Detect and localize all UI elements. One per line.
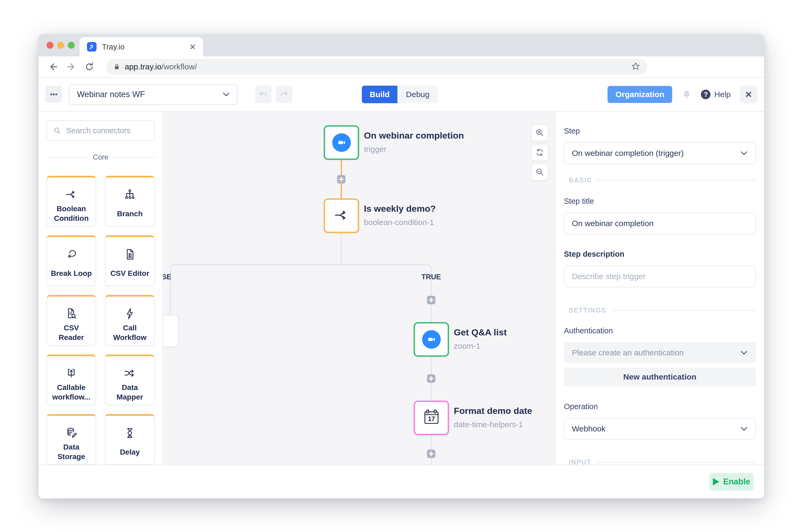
canvas-zoom-controls — [531, 124, 548, 180]
connector-card-boolean-condition[interactable]: Boolean Condition — [46, 176, 96, 226]
undo-button[interactable] — [255, 86, 271, 103]
footer-bar: Enable — [39, 465, 764, 498]
workflow-node-on-webinar-completion[interactable] — [324, 125, 359, 160]
node-title[interactable]: On webinar completion — [364, 130, 464, 141]
workflow-node-false-branch[interactable] — [163, 315, 179, 347]
workflow-name-select[interactable]: Webinar notes WF — [69, 84, 238, 105]
break-loop-icon — [65, 244, 78, 264]
undo-icon — [258, 89, 268, 99]
node-title[interactable]: Format demo date — [454, 406, 532, 416]
zoom-in-button[interactable] — [531, 124, 548, 141]
step-description-label: Step description — [564, 250, 756, 259]
workflow-node-get-q-a-list[interactable] — [414, 322, 449, 357]
tab-close-icon[interactable]: ✕ — [189, 42, 196, 52]
input-section-header: INPUT — [564, 458, 756, 465]
new-authentication-button[interactable]: New authentication — [564, 367, 756, 386]
bell-icon[interactable] — [681, 89, 692, 100]
play-icon — [713, 478, 719, 486]
forward-icon[interactable] — [66, 61, 77, 72]
step-label: Step — [564, 127, 756, 135]
reload-icon[interactable] — [84, 61, 95, 72]
step-select[interactable]: On webinar completion (trigger) — [564, 142, 756, 164]
debug-tab[interactable]: Debug — [397, 86, 438, 103]
authentication-select[interactable]: Please create an authentication — [564, 342, 756, 363]
close-window-button[interactable] — [46, 42, 54, 49]
help-button[interactable]: ? Help — [701, 90, 731, 99]
maximize-window-button[interactable] — [68, 42, 75, 49]
enable-button[interactable]: Enable — [709, 473, 754, 491]
zoom-app-icon — [422, 330, 441, 349]
url-path: /workflow/ — [162, 62, 197, 71]
add-step-button[interactable] — [427, 374, 435, 383]
connector-label: Delay — [117, 443, 143, 464]
content-row: Search connectors Core Boolean Condition… — [39, 112, 764, 465]
node-subtitle[interactable]: zoom-1 — [454, 342, 480, 350]
step-description-placeholder: Describe step trigger — [572, 272, 646, 281]
operation-label: Operation — [564, 402, 756, 411]
branch-true-label[interactable]: TRUE — [421, 273, 441, 281]
chevron-down-icon — [740, 426, 748, 431]
url-host: app.tray.io — [125, 62, 162, 71]
step-description-input[interactable]: Describe step trigger — [564, 265, 756, 287]
bookmark-star-icon[interactable] — [631, 62, 640, 72]
step-title-input[interactable]: On webinar completion — [564, 212, 756, 234]
operation-select[interactable]: Webhook — [564, 418, 756, 440]
chevron-down-icon — [740, 350, 748, 355]
add-step-button[interactable] — [427, 296, 435, 304]
window-controls — [46, 42, 75, 49]
build-debug-toggle: Build Debug — [362, 86, 438, 103]
node-subtitle[interactable]: boolean-condition-1 — [364, 218, 434, 227]
node-subtitle[interactable]: trigger — [364, 145, 386, 154]
core-section-divider: Core — [46, 153, 155, 162]
connector-card-call-workflow[interactable]: Call Workflow — [105, 295, 155, 345]
back-icon[interactable] — [48, 61, 59, 72]
connector-card-data-storage[interactable]: Data Storage — [46, 414, 96, 465]
branch-icon — [124, 185, 136, 205]
search-connectors-input[interactable]: Search connectors — [46, 120, 155, 141]
node-title[interactable]: Get Q&A list — [454, 327, 507, 338]
workflow-canvas[interactable]: FALSETRUEOn webinar completiontriggerIs … — [163, 112, 555, 465]
address-bar[interactable]: app.tray.io/workflow/ — [106, 59, 647, 75]
connector-card-delay[interactable]: Delay — [105, 414, 155, 465]
branch-false-label[interactable]: FALSE — [163, 273, 171, 281]
search-placeholder: Search connectors — [66, 126, 131, 135]
organization-button[interactable]: Organization — [608, 86, 672, 103]
node-title[interactable]: Is weekly demo? — [364, 204, 436, 214]
connector-card-csv-editor[interactable]: CSV Editor — [105, 235, 155, 286]
workflow-node-is-weekly-demo[interactable] — [324, 198, 359, 233]
toolbar-right-group: Organization ? Help ✕ — [608, 86, 757, 103]
connector-card-break-loop[interactable]: Break Loop — [46, 235, 96, 286]
step-title-value: On webinar completion — [572, 219, 653, 228]
fit-view-button[interactable] — [531, 144, 548, 161]
refresh-icon — [535, 148, 545, 157]
browser-url-bar: app.tray.io/workflow/ — [39, 56, 764, 78]
connector-card-branch[interactable]: Branch — [105, 176, 155, 226]
close-panel-button[interactable]: ✕ — [740, 86, 757, 103]
connector-label: Call Workflow — [106, 323, 154, 345]
app-toolbar: Webinar notes WF Build Debug Organizatio… — [39, 78, 764, 112]
tab-title: Tray.io — [102, 42, 125, 51]
build-tab[interactable]: Build — [362, 86, 397, 103]
browser-tab[interactable]: Tray.io ✕ — [79, 37, 203, 56]
connector-label: Callable workflow... — [47, 383, 95, 404]
connector-card-csv-reader[interactable]: CSV Reader — [46, 295, 96, 345]
zoom-out-button[interactable] — [531, 164, 548, 180]
calendar-17-icon: 17 — [423, 408, 440, 427]
connector-label: Boolean Condition — [47, 204, 95, 226]
connector-line-condition[interactable] — [341, 233, 342, 265]
search-icon — [53, 126, 61, 135]
boolean-condition-icon — [65, 185, 78, 204]
minimize-window-button[interactable] — [57, 42, 64, 49]
add-step-button[interactable] — [337, 175, 345, 184]
node-subtitle[interactable]: date-time-helpers-1 — [454, 420, 523, 429]
connector-branch-false[interactable] — [170, 264, 341, 315]
workflow-node-format-demo-date[interactable]: 17 — [414, 401, 449, 435]
help-label: Help — [714, 90, 731, 99]
redo-icon — [279, 89, 289, 99]
connector-card-data-mapper[interactable]: Data Mapper — [105, 355, 155, 405]
more-menu-button[interactable] — [45, 86, 62, 103]
redo-button[interactable] — [276, 86, 292, 103]
connector-card-callable-workflow[interactable]: Callable workflow... — [46, 355, 96, 405]
core-section-label: Core — [93, 153, 109, 162]
add-step-button[interactable] — [427, 450, 435, 458]
